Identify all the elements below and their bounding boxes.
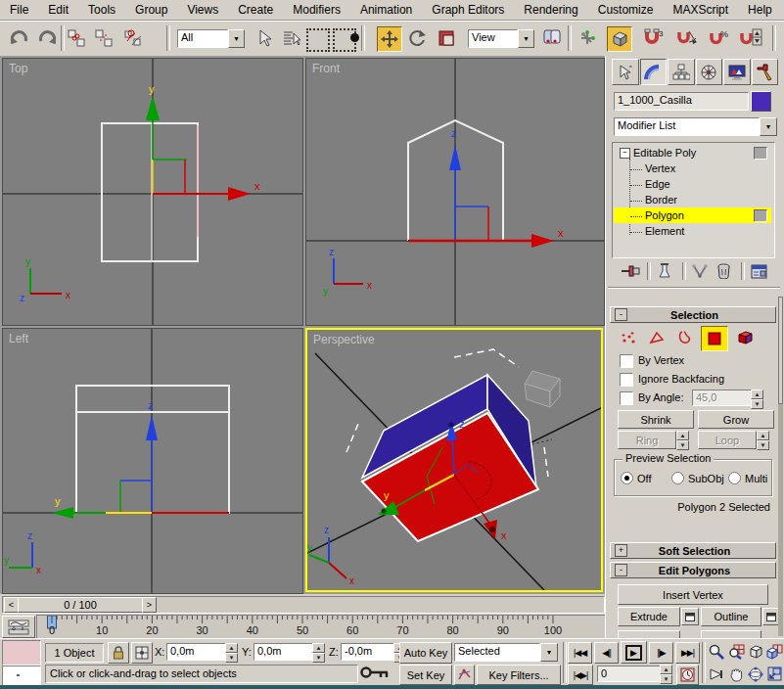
time-slider-bar[interactable]: 0 / 100 (18, 597, 143, 613)
by-angle-checkbox[interactable] (620, 391, 633, 405)
menu-edit[interactable]: Edit (38, 0, 78, 19)
expand-icon[interactable]: + (615, 544, 627, 557)
polygon-subobject-button[interactable] (701, 326, 728, 351)
absolute-mode-button[interactable] (131, 642, 153, 664)
menu-help[interactable]: Help (738, 0, 782, 19)
spinner-up-icon[interactable]: ▲ (751, 390, 763, 399)
stack-item-root[interactable]: −Editable Poly (614, 145, 771, 161)
menu-rendering[interactable]: Rendering (514, 0, 587, 19)
shrink-button[interactable]: Shrink (618, 410, 694, 429)
bind-spacewarp-button[interactable] (121, 26, 145, 50)
element-subobject-button[interactable] (733, 327, 757, 348)
collapse-icon[interactable]: - (615, 564, 627, 576)
vertex-subobject-button[interactable] (617, 327, 640, 348)
insert-vertex-button[interactable]: Insert Vertex (618, 584, 768, 605)
select-and-link-button[interactable] (65, 26, 88, 50)
z-field[interactable]: -0,0m (341, 643, 397, 661)
menu-file[interactable]: File (0, 0, 38, 19)
selection-set-arrow[interactable]: ▾ (540, 643, 558, 662)
extrude-settings-button[interactable] (681, 608, 699, 625)
scrollbar-thumb[interactable] (778, 297, 783, 404)
ref-coord-combo[interactable]: View ▾ (468, 29, 534, 48)
menu-group[interactable]: Group (125, 0, 177, 19)
macro-recorder-pane[interactable] (2, 640, 41, 666)
by-angle-spinner[interactable]: ▲▼ (751, 390, 763, 406)
loop-spinner[interactable]: ▲▼ (757, 431, 769, 447)
go-to-start-button[interactable]: |◀◀ (568, 642, 592, 664)
unlink-button[interactable] (92, 26, 115, 50)
show-end-result-button[interactable] (653, 260, 676, 282)
time-configuration-button[interactable] (676, 665, 699, 685)
menu-maxscript[interactable]: MAXScript (663, 0, 738, 19)
auto-key-button[interactable]: Auto Key (399, 642, 452, 664)
stack-item-border[interactable]: Border (614, 192, 771, 207)
snaps-toggle-button[interactable] (607, 26, 632, 52)
next-frame-button[interactable]: ||▶ (649, 642, 673, 664)
spinner-up-icon[interactable]: ▲ (312, 643, 325, 653)
pan-button[interactable] (726, 664, 746, 684)
modifier-list-combo[interactable]: Modifier List ▾ (614, 117, 777, 136)
spinner-down-icon[interactable]: ▼ (757, 440, 769, 450)
menu-create[interactable]: Create (228, 0, 283, 19)
preview-multi-radio[interactable] (728, 472, 741, 484)
x-spinner[interactable]: ▲▼ (225, 643, 238, 661)
select-and-manipulate-button[interactable] (576, 26, 599, 50)
select-by-name-button[interactable] (280, 26, 303, 50)
selection-set-combo[interactable]: Selected ▾ (454, 643, 558, 662)
x-field[interactable]: 0,0m (166, 643, 229, 661)
time-slider-next-button[interactable]: > (142, 597, 157, 613)
viewport-top[interactable]: y x y x z Top (2, 58, 303, 326)
spinner-up-icon[interactable]: ▲ (757, 431, 769, 440)
track-bar-ruler[interactable]: 0102030405060708090100 (36, 615, 607, 639)
new-key-filter-button[interactable] (454, 665, 475, 685)
frame-spinner[interactable]: ▲▼ (660, 665, 672, 683)
select-and-scale-button[interactable] (435, 26, 458, 50)
viewport-front[interactable]: z x z x y Front (305, 58, 605, 326)
current-frame-field[interactable]: 0 (597, 666, 664, 682)
object-name-field[interactable]: 1_1000_Casilla (614, 92, 749, 111)
outline-button[interactable]: Outline (701, 607, 761, 626)
stack-item-edge[interactable]: Edge (614, 176, 771, 192)
make-unique-button[interactable] (688, 260, 712, 282)
rollout-scrollbar[interactable] (778, 297, 783, 636)
stack-item-element[interactable]: Element (614, 223, 771, 239)
configure-modifier-sets-button[interactable] (747, 260, 770, 282)
modifier-stack[interactable]: −Editable PolyVertexEdgeBorderPolygonEle… (612, 142, 775, 258)
key-mode-toggle-button[interactable]: |◀▶| (568, 665, 593, 685)
snap-3d-button[interactable]: 3 (642, 26, 666, 50)
tab-display[interactable] (723, 59, 751, 85)
tab-create[interactable] (612, 59, 639, 85)
set-keys-button[interactable] (358, 661, 392, 684)
ring-button[interactable]: Ring (618, 431, 676, 449)
viewport-perspective[interactable]: z y x z y x Perspective (305, 328, 603, 592)
spinner-down-icon[interactable]: ▼ (312, 653, 325, 663)
arc-rotate-button[interactable] (746, 664, 765, 684)
selection-rollout-header[interactable]: - Selection (610, 306, 776, 323)
selection-filter-combo[interactable]: All ▾ (177, 29, 245, 48)
stack-swatch[interactable] (754, 209, 767, 222)
angle-snap-button[interactable] (675, 26, 699, 50)
remove-modifier-button[interactable] (712, 260, 735, 282)
pin-stack-button[interactable] (620, 260, 643, 282)
by-vertex-checkbox[interactable] (620, 354, 633, 368)
modifier-list-arrow[interactable]: ▾ (760, 117, 777, 136)
preview-off-radio[interactable] (621, 472, 633, 484)
y-spinner[interactable]: ▲▼ (312, 643, 325, 661)
zoom-all-button[interactable] (726, 641, 746, 662)
ring-spinner[interactable]: ▲▼ (676, 431, 689, 447)
percent-snap-button[interactable]: % (708, 26, 731, 50)
spinner-down-icon[interactable]: ▼ (751, 399, 763, 409)
ref-coord-arrow[interactable]: ▾ (518, 29, 534, 48)
crossing-region-button[interactable] (333, 28, 356, 52)
go-to-end-button[interactable]: ▶▶| (675, 642, 700, 664)
by-angle-field[interactable]: 45,0 (692, 390, 755, 406)
menu-modifiers[interactable]: Modifiers (283, 0, 350, 19)
selection-filter-arrow[interactable]: ▾ (228, 29, 245, 48)
zoom-button[interactable] (707, 641, 726, 662)
tab-utilities[interactable] (752, 59, 779, 85)
stack-item-polygon[interactable]: Polygon (614, 207, 771, 223)
expand-box-icon[interactable]: − (620, 148, 630, 159)
spinner-down-icon[interactable]: ▼ (676, 440, 689, 450)
undo-button[interactable] (8, 26, 31, 50)
previous-frame-button[interactable]: ◀|| (594, 642, 619, 664)
